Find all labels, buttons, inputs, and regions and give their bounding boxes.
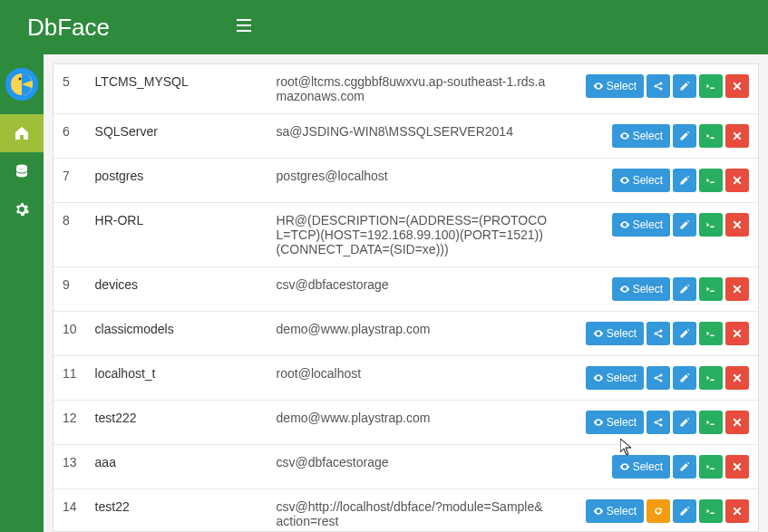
delete-button[interactable] (725, 411, 749, 434)
row-index: 14 (53, 489, 86, 533)
row-actions: Select (558, 114, 758, 159)
terminal-button[interactable] (699, 169, 723, 192)
row-actions: Select (558, 203, 758, 267)
header: DbFace (0, 0, 768, 54)
row-actions: Select (558, 489, 758, 533)
connection-string: sa@JSDING-WIN8\MSSQLSERVER2014 (267, 114, 558, 159)
terminal-button[interactable] (699, 124, 723, 148)
connection-string: HR@(DESCRIPTION=(ADDRESS=(PROTOCOL=TCP)(… (267, 203, 558, 267)
row-index: 7 (53, 159, 86, 203)
connections-panel: 5LTCMS_MYSQLroot@ltcms.cggbbf8uwxvu.ap-s… (53, 63, 759, 532)
select-button[interactable]: Select (612, 277, 670, 301)
terminal-button[interactable] (699, 455, 723, 479)
connection-name: localhost_t (86, 356, 267, 401)
row-actions: Select (558, 159, 758, 203)
edit-button[interactable] (673, 74, 696, 98)
row-actions: Select (558, 267, 758, 312)
table-row: 7postgrespostgres@localhostSelect (53, 159, 758, 203)
row-index: 13 (53, 445, 86, 489)
edit-button[interactable] (673, 499, 696, 523)
delete-button[interactable] (725, 455, 749, 479)
select-button[interactable]: Select (612, 213, 670, 237)
sidebar (0, 54, 44, 532)
connection-string: root@localhost (267, 356, 558, 401)
terminal-button[interactable] (699, 322, 723, 345)
table-row: 13aaacsv@dbfacestorageSelect (53, 445, 758, 489)
table-row: 12test222demo@www.playstrap.comSelect (53, 401, 758, 445)
share-button[interactable] (646, 322, 670, 345)
connection-string: csv@http://localhost/dbface/?module=Samp… (267, 489, 558, 533)
row-actions: Select (558, 401, 758, 445)
select-button[interactable]: Select (586, 411, 644, 434)
delete-button[interactable] (725, 124, 749, 148)
terminal-button[interactable] (699, 277, 723, 301)
share-button[interactable] (646, 366, 670, 390)
row-actions: Select (558, 445, 758, 489)
share-button[interactable] (646, 411, 670, 434)
connection-name: LTCMS_MYSQL (86, 64, 267, 114)
table-row: 14test22csv@http://localhost/dbface/?mod… (53, 489, 758, 533)
connections-table: 5LTCMS_MYSQLroot@ltcms.cggbbf8uwxvu.ap-s… (53, 64, 758, 532)
row-index: 5 (53, 64, 86, 114)
terminal-button[interactable] (699, 499, 723, 523)
connection-string: demo@www.playstrap.com (267, 312, 558, 356)
select-button[interactable]: Select (612, 169, 670, 192)
terminal-button[interactable] (699, 366, 723, 390)
connection-string: csv@dbfacestorage (267, 445, 558, 489)
terminal-button[interactable] (699, 411, 723, 434)
row-index: 11 (53, 356, 86, 401)
refresh-button[interactable] (646, 499, 670, 523)
delete-button[interactable] (725, 74, 749, 98)
svg-point-13 (660, 419, 663, 421)
edit-button[interactable] (673, 213, 696, 237)
svg-point-2 (16, 165, 27, 169)
edit-button[interactable] (673, 411, 696, 434)
select-button[interactable]: Select (586, 366, 644, 390)
select-button[interactable]: Select (612, 124, 670, 148)
terminal-button[interactable] (699, 74, 723, 98)
avatar[interactable] (5, 68, 38, 101)
svg-point-7 (660, 330, 663, 333)
edit-button[interactable] (673, 455, 696, 479)
menu-toggle-icon[interactable] (237, 19, 251, 35)
select-button[interactable]: Select (612, 455, 670, 479)
connection-string: postgres@localhost (267, 159, 558, 203)
edit-button[interactable] (673, 366, 696, 390)
select-button[interactable]: Select (586, 74, 644, 98)
sidebar-item-database[interactable] (0, 152, 44, 190)
table-row: 10classicmodelsdemo@www.playstrap.comSel… (53, 312, 758, 356)
delete-button[interactable] (725, 213, 749, 237)
edit-button[interactable] (673, 322, 696, 345)
svg-point-14 (660, 424, 663, 427)
edit-button[interactable] (673, 124, 696, 148)
connection-string: root@ltcms.cggbbf8uwxvu.ap-southeast-1.r… (267, 64, 558, 114)
delete-button[interactable] (725, 277, 749, 301)
connection-name: aaa (86, 445, 267, 489)
connection-name: devices (86, 267, 267, 312)
connection-name: HR-ORL (86, 203, 267, 267)
table-row: 5LTCMS_MYSQLroot@ltcms.cggbbf8uwxvu.ap-s… (53, 64, 758, 114)
svg-point-5 (660, 88, 663, 91)
svg-point-1 (19, 78, 22, 81)
connection-name: classicmodels (86, 312, 267, 356)
edit-button[interactable] (673, 169, 696, 192)
delete-button[interactable] (725, 499, 749, 523)
row-actions: Select (558, 64, 758, 114)
row-index: 12 (53, 401, 86, 445)
select-button[interactable]: Select (586, 499, 644, 523)
sidebar-item-settings[interactable] (0, 190, 44, 228)
brand-title: DbFace (27, 14, 110, 42)
table-row: 9devicescsv@dbfacestorageSelect (53, 267, 758, 312)
delete-button[interactable] (725, 169, 749, 192)
delete-button[interactable] (725, 322, 749, 345)
sidebar-item-home[interactable] (0, 114, 44, 152)
row-index: 8 (53, 203, 86, 267)
table-row: 6SQLServersa@JSDING-WIN8\MSSQLSERVER2014… (53, 114, 758, 159)
terminal-button[interactable] (699, 213, 723, 237)
row-actions: Select (558, 356, 758, 401)
share-button[interactable] (646, 74, 670, 98)
edit-button[interactable] (673, 277, 696, 301)
delete-button[interactable] (725, 366, 749, 390)
row-index: 10 (53, 312, 86, 356)
select-button[interactable]: Select (586, 322, 644, 345)
